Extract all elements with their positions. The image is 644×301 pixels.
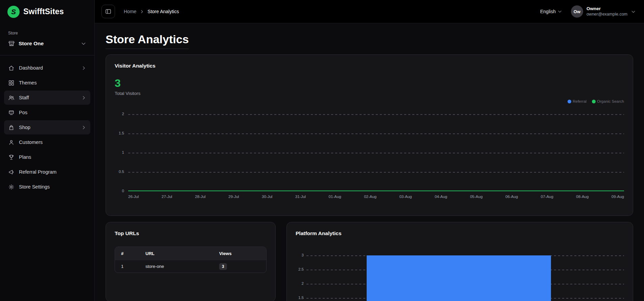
y-tick: 1.5	[119, 131, 124, 135]
brand-logo[interactable]: S SwifftSites	[0, 0, 94, 23]
y-tick: 2	[302, 281, 304, 285]
y-axis-labels: 2 1.5 1 0.5 0	[115, 114, 128, 191]
sidebar-item-dashboard[interactable]: Dashboard	[4, 61, 90, 75]
legend-label: Organic Search	[597, 99, 624, 103]
sidebar-toggle-button[interactable]	[101, 5, 115, 18]
users-icon	[8, 95, 15, 101]
x-tick: 03-Aug	[399, 195, 412, 199]
user-menu[interactable]: Ow Owner owner@example.com	[571, 5, 636, 18]
sidebar-item-label: Plans	[19, 154, 86, 160]
x-tick: 07-Aug	[541, 195, 553, 199]
column-header-views: Views	[219, 251, 266, 256]
user-info: Owner owner@example.com	[586, 6, 627, 17]
app-root: S SwifftSites Store Store One Dashboard	[0, 0, 644, 301]
breadcrumb: Home Store Analytics	[124, 9, 179, 14]
x-tick: 28-Jul	[195, 195, 206, 199]
trophy-icon	[8, 154, 15, 160]
y-tick: 0	[122, 189, 124, 193]
table-row: 1 store-one 3	[115, 260, 266, 273]
sidebar-item-label: Customers	[19, 140, 86, 145]
sidebar-item-label: Shop	[19, 125, 77, 130]
plot-area	[128, 114, 624, 191]
x-tick: 02-Aug	[364, 195, 376, 199]
cell-views: 3	[219, 263, 266, 270]
breadcrumb-home-link[interactable]: Home	[124, 9, 136, 14]
total-visitors-value: 3	[115, 78, 624, 89]
megaphone-icon	[8, 169, 15, 175]
legend-item-referral[interactable]: Referral	[568, 99, 586, 103]
bottom-cards-row: Top URLs # URL Views 1 store-one 3	[106, 222, 633, 301]
bar-platform	[367, 255, 551, 301]
table-header-row: # URL Views	[115, 247, 266, 260]
y-tick: 1	[122, 150, 124, 154]
pos-terminal-icon	[8, 109, 15, 116]
gridline	[128, 114, 624, 115]
y-axis-labels: 3 2.5 2 1.5	[296, 255, 306, 301]
gridline	[128, 172, 624, 173]
chevron-right-icon	[81, 66, 86, 71]
sidebar-item-themes[interactable]: Themes	[4, 76, 90, 90]
x-tick: 05-Aug	[470, 195, 483, 199]
legend-dot-green	[592, 100, 596, 103]
main-area: Home Store Analytics English Ow Owner	[95, 0, 644, 301]
visitor-line-chart: 2 1.5 1 0.5 0	[115, 114, 624, 191]
platform-analytics-title: Platform Analytics	[296, 230, 624, 236]
sidebar: S SwifftSites Store Store One Dashboard	[0, 0, 95, 301]
legend-dot-blue	[568, 100, 571, 103]
grid-icon	[8, 80, 15, 86]
sidebar-item-label: Store Settings	[19, 184, 86, 190]
sidebar-item-store-settings[interactable]: Store Settings	[4, 180, 90, 194]
x-tick: 27-Jul	[162, 195, 172, 199]
store-selector-label: Store One	[19, 41, 77, 47]
user-icon	[8, 139, 15, 146]
sidebar-item-staff[interactable]: Staff	[4, 91, 90, 105]
chevron-down-icon	[631, 9, 636, 14]
chevron-right-icon	[81, 95, 86, 100]
sidebar-item-label: Pos	[19, 110, 86, 115]
x-tick: 08-Aug	[576, 195, 589, 199]
sidebar-item-plans[interactable]: Plans	[4, 150, 90, 164]
legend-item-organic-search[interactable]: Organic Search	[592, 99, 624, 103]
brand-name: SwifftSites	[23, 7, 64, 16]
x-tick: 04-Aug	[435, 195, 447, 199]
chevron-down-icon	[81, 41, 86, 46]
breadcrumb-current: Store Analytics	[147, 9, 179, 14]
chevron-right-icon	[81, 125, 86, 130]
y-tick: 3	[302, 253, 304, 257]
page-content: Store Analytics Visitor Analytics 3 Tota…	[95, 23, 644, 301]
chevron-right-icon	[140, 9, 144, 14]
language-label: English	[540, 9, 556, 14]
x-tick: 01-Aug	[329, 195, 341, 199]
total-visitors-label: Total Visitors	[115, 91, 624, 96]
sidebar-nav: Dashboard Themes Staff	[0, 55, 94, 199]
gridline	[128, 133, 624, 134]
cell-rank: 1	[115, 264, 145, 269]
brand-logo-icon: S	[7, 6, 20, 18]
shopping-bag-icon	[8, 124, 15, 131]
x-axis-labels: 26-Jul 27-Jul 28-Jul 29-Jul 30-Jul 31-Ju…	[128, 195, 624, 199]
panel-left-icon	[105, 8, 112, 15]
sidebar-item-label: Staff	[19, 95, 77, 100]
language-selector[interactable]: English	[540, 9, 562, 14]
y-tick: 1.5	[298, 296, 304, 300]
cell-url: store-one	[145, 264, 219, 269]
top-urls-table: # URL Views 1 store-one 3	[115, 247, 267, 273]
top-urls-card: Top URLs # URL Views 1 store-one 3	[106, 222, 276, 301]
sidebar-item-pos[interactable]: Pos	[4, 105, 90, 120]
store-selector[interactable]: Store One	[3, 37, 91, 50]
home-icon	[8, 65, 15, 71]
sidebar-item-shop[interactable]: Shop	[4, 120, 90, 134]
views-badge: 3	[219, 263, 227, 270]
y-tick: 2	[122, 112, 124, 116]
avatar: Ow	[571, 5, 583, 18]
x-tick: 30-Jul	[262, 195, 272, 199]
sidebar-item-customers[interactable]: Customers	[4, 135, 90, 149]
y-tick: 0.5	[119, 170, 124, 174]
sidebar-item-referral-program[interactable]: Referral Program	[4, 165, 90, 179]
column-header-rank: #	[115, 251, 145, 256]
x-tick: 31-Jul	[295, 195, 306, 199]
series-line-organic-search	[128, 191, 624, 192]
visitor-analytics-card: Visitor Analytics 3 Total Visitors Refer…	[106, 54, 633, 216]
sidebar-item-label: Themes	[19, 80, 86, 85]
platform-bar-chart: 3 2.5 2 1.5	[296, 255, 624, 301]
